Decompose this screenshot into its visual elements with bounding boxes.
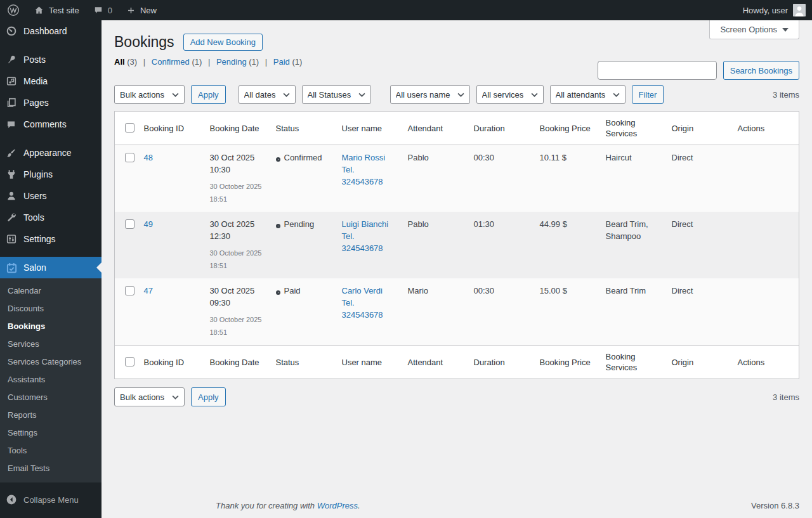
comment-bubble-icon: [93, 5, 103, 15]
collapse-menu-label: Collapse Menu: [23, 495, 79, 505]
wrench-icon: [6, 212, 18, 223]
users-filter-select[interactable]: All users name: [390, 85, 470, 104]
actions-cell: [731, 145, 799, 212]
attendant-cell: Pablo: [402, 212, 468, 278]
sliders-icon: [6, 233, 18, 245]
submenu-item-email-tests[interactable]: Email Tests: [0, 460, 102, 477]
view-paid-link[interactable]: Paid: [273, 57, 290, 67]
apply-button[interactable]: Apply: [191, 85, 226, 104]
view-pending-link[interactable]: Pending: [216, 57, 247, 67]
sidebar-item-media[interactable]: Media: [0, 70, 102, 92]
sidebar-item-pages[interactable]: Pages: [0, 92, 102, 113]
services-cell: Beard Trim: [599, 278, 665, 346]
submenu-item-services-categories[interactable]: Services Categories: [0, 353, 102, 371]
row-checkbox[interactable]: [125, 153, 134, 162]
apply-button-bottom[interactable]: Apply: [191, 387, 226, 406]
column-footer-user-name: User name: [336, 346, 402, 379]
select-all-checkbox[interactable]: [125, 123, 134, 133]
sidebar-item-plugins[interactable]: Plugins: [0, 164, 102, 185]
services-cell: Beard Trim, Shampoo: [599, 212, 665, 278]
screen-options-label: Screen Options: [720, 25, 777, 34]
user-name-link[interactable]: Mario Rossi Tel. 324543678: [342, 153, 386, 186]
dates-filter-select[interactable]: All dates: [239, 85, 296, 104]
sidebar-item-label: Appearance: [23, 148, 72, 158]
sidebar-item-users[interactable]: Users: [0, 185, 102, 207]
attendants-filter-select[interactable]: All attendants: [550, 85, 625, 104]
view-all-link[interactable]: All: [114, 57, 125, 67]
submenu-item-calendar[interactable]: Calendar: [0, 282, 102, 300]
status-badge: Pending: [284, 219, 315, 229]
booking-date: 30 Oct 2025 10:30: [210, 152, 263, 176]
plugin-icon: [6, 169, 18, 180]
site-name-menu[interactable]: Test site: [27, 0, 86, 20]
sidebar-item-label: Tools: [23, 212, 44, 223]
submenu-item-assistants[interactable]: Assistants: [0, 371, 102, 389]
sidebar-item-label: Salon: [23, 262, 46, 273]
user-name-link[interactable]: Luigi Bianchi Tel. 324543678: [342, 219, 389, 253]
sidebar-item-label: Pages: [23, 98, 49, 108]
sidebar-item-comments[interactable]: Comments: [0, 113, 102, 135]
filter-button[interactable]: Filter: [632, 85, 664, 104]
sidebar-item-tools[interactable]: Tools: [0, 207, 102, 228]
bulk-actions-select-bottom[interactable]: Bulk actions: [114, 387, 185, 406]
duration-cell: 00:30: [468, 278, 534, 346]
new-content-menu[interactable]: New: [119, 0, 164, 20]
duration-cell: 00:30: [468, 145, 534, 212]
row-checkbox[interactable]: [125, 219, 134, 229]
add-new-booking-button[interactable]: Add New Booking: [183, 34, 263, 51]
sidebar-item-settings[interactable]: Settings: [0, 228, 102, 250]
view-all-count: (3): [127, 57, 137, 67]
collapse-menu-button[interactable]: Collapse Menu: [0, 489, 102, 510]
select-all-checkbox[interactable]: [125, 357, 134, 366]
user-icon: [6, 190, 18, 202]
submenu-item-customers[interactable]: Customers: [0, 389, 102, 406]
bookings-table: Booking ID Booking Date Status User name…: [114, 111, 799, 379]
items-count: 3 items: [773, 90, 799, 100]
column-header-status: Status: [270, 112, 336, 145]
submenu-item-settings[interactable]: Settings: [0, 424, 102, 442]
page-title: Bookings: [114, 32, 174, 51]
footer-version: Version 6.8.3: [751, 501, 799, 510]
wordpress-logo-menu[interactable]: [0, 0, 27, 20]
footer-thanks-text: Thank you for creating with WordPress.: [216, 501, 360, 510]
submenu-item-bookings[interactable]: Bookings: [0, 318, 102, 335]
sidebar-item-dashboard[interactable]: Dashboard: [0, 20, 102, 42]
sidebar-item-label: Comments: [23, 119, 67, 129]
attendant-cell: Pablo: [402, 145, 468, 212]
sidebar-item-appearance[interactable]: Appearance: [0, 142, 102, 164]
booking-id-link[interactable]: 48: [144, 153, 153, 162]
origin-cell: Direct: [665, 278, 731, 346]
submenu-item-discounts[interactable]: Discounts: [0, 300, 102, 318]
column-header-booking-services: Booking Services: [599, 112, 665, 145]
avatar[interactable]: [793, 4, 806, 16]
wordpress-link[interactable]: WordPress: [317, 501, 358, 510]
howdy-user-menu[interactable]: Howdy, user: [743, 0, 788, 20]
services-filter-select[interactable]: All services: [476, 85, 544, 104]
origin-cell: Direct: [665, 145, 731, 212]
column-footer-actions: Actions: [731, 346, 799, 379]
bulk-actions-select[interactable]: Bulk actions: [114, 85, 185, 104]
wordpress-logo-icon: [7, 4, 20, 16]
sidebar-item-label: Posts: [23, 55, 46, 65]
view-confirmed-link[interactable]: Confirmed: [152, 57, 190, 67]
statuses-filter-select[interactable]: All Statuses: [302, 85, 371, 104]
submenu-item-tools[interactable]: Tools: [0, 442, 102, 460]
submenu-item-reports[interactable]: Reports: [0, 406, 102, 424]
screen-options-button[interactable]: Screen Options: [709, 20, 799, 39]
sidebar-item-label: Settings: [23, 234, 56, 244]
column-header-user-name: User name: [336, 112, 402, 145]
sidebar-item-salon[interactable]: Salon: [0, 257, 102, 278]
user-name-link[interactable]: Carlo Verdi Tel. 324543678: [342, 286, 383, 320]
booking-id-link[interactable]: 47: [144, 286, 153, 295]
row-checkbox[interactable]: [125, 286, 134, 295]
booking-id-link[interactable]: 49: [144, 219, 153, 229]
sidebar-item-posts[interactable]: Posts: [0, 49, 102, 70]
submenu-item-services[interactable]: Services: [0, 335, 102, 353]
search-bookings-button[interactable]: Search Bookings: [723, 61, 799, 80]
salon-submenu: Calendar Discounts Bookings Services Ser…: [0, 278, 102, 482]
booking-date: 30 Oct 2025 12:30: [210, 218, 263, 242]
search-input[interactable]: [598, 61, 717, 80]
sidebar-item-label: Plugins: [23, 169, 53, 179]
sidebar-item-label: Users: [23, 191, 47, 201]
comments-menu[interactable]: 0: [86, 0, 119, 20]
